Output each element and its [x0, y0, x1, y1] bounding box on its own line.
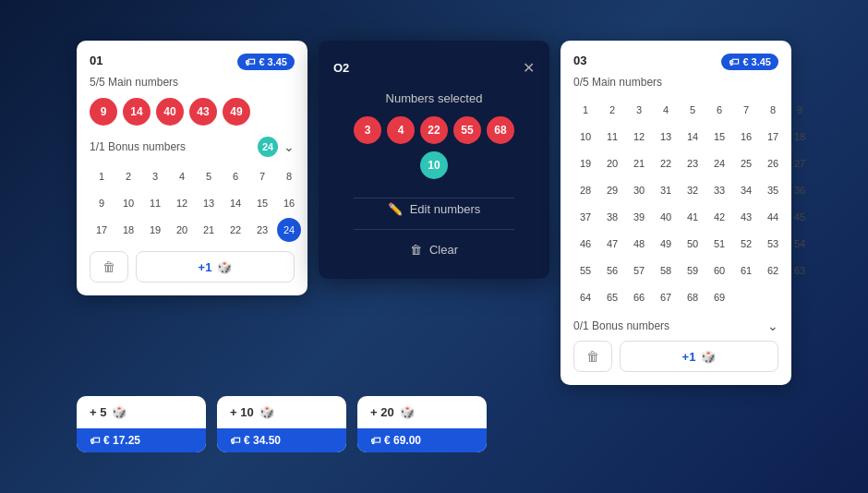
grid-num[interactable]: 28 [573, 178, 597, 202]
grid-num[interactable]: 18 [788, 125, 812, 149]
grid-num[interactable]: 16 [734, 125, 758, 149]
grid-num[interactable]: 5 [197, 164, 221, 188]
add-card-10[interactable]: + 10 🎲 🏷 € 34.50 [217, 396, 346, 452]
grid-num[interactable]: 2 [116, 164, 140, 188]
grid-num[interactable]: 20 [600, 151, 624, 175]
grid-num[interactable]: 37 [573, 205, 597, 229]
grid-num[interactable]: 38 [600, 205, 624, 229]
grid-num[interactable]: 42 [707, 205, 731, 229]
grid-num[interactable]: 45 [788, 205, 812, 229]
grid-num[interactable]: 3 [627, 98, 651, 122]
card-03-expand-icon[interactable]: ⌄ [767, 319, 778, 333]
grid-num[interactable]: 36 [788, 178, 812, 202]
grid-num[interactable]: 48 [627, 232, 651, 256]
grid-num[interactable]: 29 [600, 178, 624, 202]
grid-num[interactable]: 23 [681, 151, 705, 175]
card-01-delete-button[interactable]: 🗑 [90, 251, 128, 283]
grid-num[interactable]: 9 [90, 191, 114, 215]
card-01-add-button[interactable]: +1 🎲 [136, 251, 295, 283]
grid-num[interactable]: 10 [116, 191, 140, 215]
modal-02-close-button[interactable]: ✕ [523, 59, 535, 77]
grid-num[interactable]: 14 [681, 125, 705, 149]
grid-num[interactable]: 15 [707, 125, 731, 149]
grid-num[interactable]: 61 [734, 259, 758, 283]
grid-num-24[interactable]: 24 [277, 218, 301, 242]
grid-num[interactable]: 18 [116, 218, 140, 242]
grid-num[interactable]: 19 [143, 218, 167, 242]
grid-num[interactable]: 40 [654, 205, 678, 229]
grid-num[interactable]: 62 [761, 259, 785, 283]
grid-num[interactable]: 11 [600, 125, 624, 149]
card-03-add-button[interactable]: +1 🎲 [620, 341, 778, 372]
grid-num[interactable]: 24 [707, 151, 731, 175]
grid-num[interactable]: 69 [707, 285, 731, 309]
grid-num[interactable]: 47 [600, 232, 624, 256]
grid-num[interactable]: 31 [654, 178, 678, 202]
grid-num[interactable]: 55 [573, 259, 597, 283]
grid-num[interactable]: 53 [761, 232, 785, 256]
grid-num[interactable]: 27 [788, 151, 812, 175]
grid-num[interactable]: 21 [627, 151, 651, 175]
grid-num[interactable]: 34 [734, 178, 758, 202]
grid-num[interactable]: 67 [654, 285, 678, 309]
grid-num[interactable]: 35 [761, 178, 785, 202]
grid-num[interactable]: 9 [788, 98, 812, 122]
grid-num[interactable]: 59 [681, 259, 705, 283]
grid-num[interactable]: 1 [573, 98, 597, 122]
grid-num[interactable]: 46 [573, 232, 597, 256]
grid-num[interactable]: 5 [681, 98, 705, 122]
add-card-5[interactable]: + 5 🎲 🏷 € 17.25 [77, 396, 206, 452]
grid-num[interactable]: 12 [627, 125, 651, 149]
grid-num[interactable]: 39 [627, 205, 651, 229]
card-01-expand-icon[interactable]: ⌄ [283, 139, 295, 154]
grid-num[interactable]: 17 [90, 218, 114, 242]
grid-num[interactable]: 22 [654, 151, 678, 175]
grid-num[interactable]: 13 [654, 125, 678, 149]
grid-num[interactable]: 58 [654, 259, 678, 283]
grid-num[interactable]: 33 [707, 178, 731, 202]
grid-num[interactable]: 65 [600, 285, 624, 309]
grid-num[interactable]: 17 [761, 125, 785, 149]
grid-num[interactable]: 66 [627, 285, 651, 309]
grid-num[interactable]: 41 [681, 205, 705, 229]
edit-numbers-button[interactable]: ✏️ Edit numbers [388, 198, 481, 220]
grid-num[interactable]: 7 [734, 98, 758, 122]
grid-num[interactable]: 1 [90, 164, 114, 188]
grid-num[interactable]: 44 [761, 205, 785, 229]
grid-num[interactable]: 3 [143, 164, 167, 188]
add-card-20[interactable]: + 20 🎲 🏷 € 69.00 [357, 396, 487, 452]
grid-num[interactable]: 51 [707, 232, 731, 256]
grid-num[interactable]: 15 [250, 191, 274, 215]
grid-num[interactable]: 4 [170, 164, 194, 188]
grid-num[interactable]: 16 [277, 191, 301, 215]
grid-num[interactable]: 54 [788, 232, 812, 256]
grid-num[interactable]: 4 [654, 98, 678, 122]
grid-num[interactable]: 49 [654, 232, 678, 256]
grid-num[interactable]: 20 [170, 218, 194, 242]
grid-num[interactable]: 6 [707, 98, 731, 122]
grid-num[interactable]: 10 [573, 125, 597, 149]
clear-button[interactable]: 🗑 Clear [410, 239, 458, 260]
grid-num[interactable]: 19 [573, 151, 597, 175]
grid-num[interactable]: 60 [707, 259, 731, 283]
card-03-delete-button[interactable]: 🗑 [573, 341, 612, 372]
grid-num[interactable]: 63 [788, 259, 812, 283]
grid-num[interactable]: 13 [197, 191, 221, 215]
grid-num[interactable]: 68 [681, 285, 705, 309]
grid-num[interactable]: 56 [600, 259, 624, 283]
grid-num[interactable]: 7 [250, 164, 274, 188]
grid-num[interactable]: 50 [681, 232, 705, 256]
grid-num[interactable]: 22 [223, 218, 247, 242]
grid-num[interactable]: 57 [627, 259, 651, 283]
grid-num[interactable]: 6 [223, 164, 247, 188]
grid-num[interactable]: 2 [600, 98, 624, 122]
grid-num[interactable]: 23 [250, 218, 274, 242]
grid-num[interactable]: 30 [627, 178, 651, 202]
grid-num[interactable]: 8 [761, 98, 785, 122]
grid-num[interactable]: 26 [761, 151, 785, 175]
grid-num[interactable]: 25 [734, 151, 758, 175]
grid-num[interactable]: 12 [170, 191, 194, 215]
grid-num[interactable]: 43 [734, 205, 758, 229]
grid-num[interactable]: 64 [573, 285, 597, 309]
grid-num[interactable]: 32 [681, 178, 705, 202]
